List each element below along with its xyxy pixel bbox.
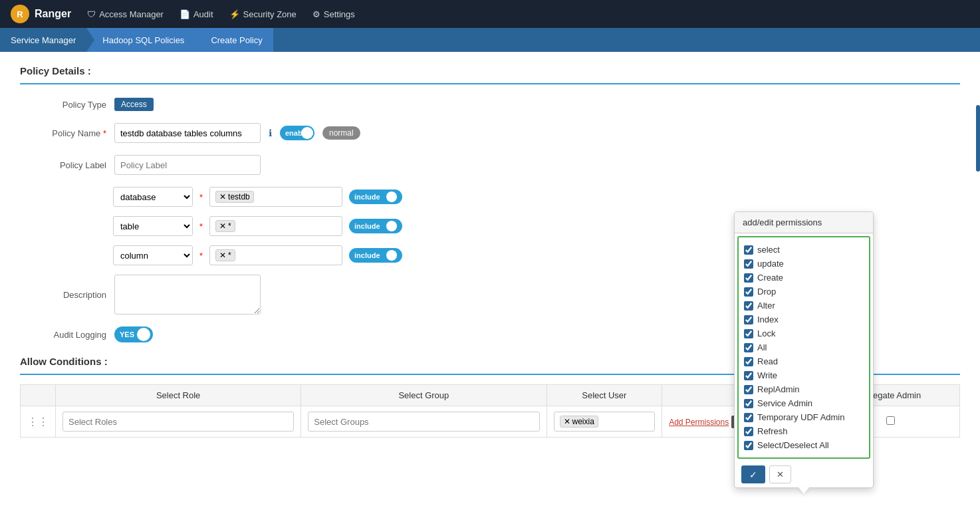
database-required: * [199,192,203,202]
info-icon: ℹ [269,128,272,138]
user-tag-x[interactable]: ✕ [564,417,570,426]
policy-label-label: Policy Label [20,160,106,170]
toggle-knob [386,192,397,202]
perm-checkbox[interactable] [744,357,753,366]
database-include-toggle[interactable]: include [349,190,402,204]
table-tag: ✕ * [215,220,235,232]
required-marker: * [103,128,106,138]
select-role-cell [56,406,301,438]
nav-audit[interactable]: 📄 Audit [180,9,213,19]
perm-item: All [739,340,869,354]
database-tag-input[interactable]: ✕ testdb [209,187,342,207]
confirm-permissions-button[interactable]: ✓ [741,465,765,483]
perm-item: Alter [739,299,869,313]
drag-handle-cell[interactable]: ⋮⋮ [21,406,56,438]
check-icon: ✓ [749,469,757,480]
database-select[interactable]: database [113,187,193,207]
policy-label-row: Policy Label [20,155,960,175]
perm-checkbox[interactable] [744,371,753,380]
audit-logging-toggle[interactable]: YES [114,326,153,342]
scroll-indicator[interactable] [976,105,980,172]
enabled-toggle[interactable]: enabled [280,126,314,140]
breadcrumb-service-manager[interactable]: Service Manager [0,28,86,52]
nav-settings[interactable]: ⚙ Settings [312,9,355,19]
tag-x[interactable]: ✕ [219,221,226,231]
perm-checkbox[interactable] [744,413,753,422]
user-tag-input[interactable]: ✕ weixia [554,412,656,432]
toggle-knob [386,250,397,261]
perm-item: Drop [739,285,869,299]
perm-label: Alter [757,301,775,311]
perm-checkbox[interactable] [744,399,753,408]
policy-name-row: Policy Name * ℹ enabled normal [20,123,960,143]
tag-x[interactable]: ✕ [219,192,226,201]
perm-label: update [757,259,784,269]
perm-label: Read [757,356,778,366]
popup-tail [798,487,809,494]
perm-label: Write [757,370,777,380]
doc-icon: 📄 [180,9,190,19]
perm-checkbox[interactable] [744,441,753,450]
permissions-list: select update Create Drop Alter Index Lo… [737,236,870,459]
perm-checkbox[interactable] [744,343,753,352]
policy-type-row: Policy Type Access [20,98,960,111]
column-include-toggle[interactable]: include [349,248,402,263]
perm-label: Drop [757,287,776,297]
table-select[interactable]: table [113,216,193,236]
perm-label: Index [757,315,779,324]
column-tag-input[interactable]: ✕ * [209,245,342,265]
include-label: include [354,193,380,201]
perm-item: select [739,243,869,257]
permissions-popup-header: add/edit permissions [735,212,873,233]
select-user-header: Select User [547,385,662,406]
perm-checkbox[interactable] [744,301,753,311]
nav-security-zone[interactable]: ⚡ Security Zone [229,9,297,19]
gear-icon: ⚙ [312,9,320,19]
drag-handle-icon[interactable]: ⋮⋮ [27,416,49,428]
toggle-knob [301,127,313,139]
perm-checkbox[interactable] [744,427,753,436]
perm-label: Lock [757,328,775,338]
perm-item: Create [739,271,869,285]
nav-access-manager[interactable]: 🛡 Access Manager [87,9,164,19]
normal-badge: normal [322,126,360,140]
add-permissions-link[interactable]: Add Permissions [669,418,729,427]
logo[interactable]: R Ranger [11,5,71,23]
table-tag-input[interactable]: ✕ * [209,216,342,236]
cancel-icon: ✕ [777,469,784,479]
policy-details-title: Policy Details : [20,65,960,84]
tag-x[interactable]: ✕ [219,251,226,260]
select-roles-input[interactable] [62,412,294,432]
select-group-header: Select Group [301,385,547,406]
column-tag: ✕ * [215,249,235,261]
perm-checkbox[interactable] [744,259,753,269]
logo-text: Ranger [35,8,71,20]
perm-item: Refresh [739,424,869,438]
perm-checkbox[interactable] [744,245,753,255]
perm-item: ReplAdmin [739,382,869,396]
user-tag: ✕ weixia [560,416,598,428]
perm-label: Service Admin [757,398,812,408]
policy-name-input[interactable] [114,123,261,143]
perm-item: Service Admin [739,396,869,410]
cancel-permissions-button[interactable]: ✕ [769,465,791,483]
breadcrumb-create-policy[interactable]: Create Policy [195,28,273,52]
perm-checkbox[interactable] [744,385,753,394]
perm-label: Refresh [757,426,788,436]
perm-checkbox[interactable] [744,287,753,297]
perm-item: Read [739,354,869,368]
policy-label-input[interactable] [114,155,261,175]
audit-knob [137,328,150,341]
column-select[interactable]: column [113,245,193,265]
perm-checkbox[interactable] [744,329,753,338]
breadcrumb: Service Manager Hadoop SQL Policies Crea… [0,28,980,52]
perm-checkbox[interactable] [744,315,753,324]
description-textarea[interactable] [114,275,261,315]
select-groups-input[interactable] [308,412,539,432]
delegate-admin-checkbox[interactable] [886,416,895,425]
breadcrumb-hadoop-sql[interactable]: Hadoop SQL Policies [86,28,195,52]
permissions-footer: ✓ ✕ [735,461,873,487]
perm-checkbox[interactable] [744,273,753,283]
table-include-toggle[interactable]: include [349,219,402,233]
perm-item: Temporary UDF Admin [739,410,869,424]
